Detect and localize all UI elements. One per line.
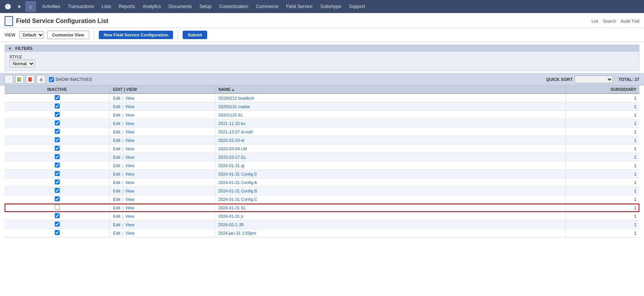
- view-link[interactable]: View: [125, 197, 134, 202]
- name-link[interactable]: 2024-01-31 aj: [218, 163, 244, 168]
- edit-link[interactable]: Edit: [113, 155, 120, 160]
- name-link[interactable]: 2024-01-31 Config C: [218, 197, 257, 202]
- inactive-checkbox[interactable]: [55, 196, 60, 201]
- inactive-checkbox[interactable]: [55, 137, 60, 142]
- inactive-checkbox[interactable]: [55, 171, 60, 176]
- inactive-checkbox[interactable]: [55, 95, 60, 100]
- view-link[interactable]: View: [125, 163, 134, 168]
- name-link[interactable]: 2021-11-22 kn: [218, 121, 245, 126]
- export-csv-icon[interactable]: 📄: [5, 75, 13, 84]
- view-link[interactable]: View: [125, 146, 134, 151]
- edit-link[interactable]: Edit: [113, 96, 120, 100]
- name-link[interactable]: 2024-01-31 Config B: [218, 189, 257, 193]
- name-link[interactable]: 2022-02-03 el: [218, 138, 244, 143]
- print-icon[interactable]: 🖨: [37, 75, 45, 84]
- name-link[interactable]: 2024-jan-31 1:00pm: [218, 231, 256, 235]
- view-link[interactable]: View: [125, 130, 134, 134]
- filters-header[interactable]: ▼ FILTERS: [5, 45, 639, 52]
- nav-support[interactable]: Support: [345, 0, 369, 13]
- view-link[interactable]: View: [125, 155, 134, 160]
- nav-customization[interactable]: Customization: [215, 0, 252, 13]
- view-link[interactable]: View: [125, 113, 134, 117]
- export-pdf-icon[interactable]: 📕: [26, 75, 34, 84]
- nav-commerce[interactable]: Commerce: [252, 0, 282, 13]
- inactive-checkbox[interactable]: [55, 230, 60, 235]
- nav-documents[interactable]: Documents: [165, 0, 196, 13]
- view-link[interactable]: View: [125, 104, 134, 109]
- inactive-cell: [5, 145, 110, 153]
- edit-link[interactable]: Edit: [113, 163, 120, 168]
- name-link[interactable]: 2023-03-17 EL: [218, 155, 246, 160]
- show-inactives-checkbox[interactable]: [49, 77, 54, 82]
- inactive-checkbox[interactable]: [55, 163, 60, 168]
- nav-transactions[interactable]: Transactions: [64, 0, 98, 13]
- name-link[interactable]: 2024-01-31 jr: [218, 214, 243, 219]
- view-link[interactable]: View: [125, 222, 134, 227]
- name-link[interactable]: 20200131 marke: [218, 104, 250, 109]
- nav-analytics[interactable]: Analytics: [139, 0, 165, 13]
- view-link[interactable]: View: [125, 214, 134, 219]
- inactive-checkbox[interactable]: [55, 120, 60, 125]
- view-select[interactable]: Default: [19, 31, 44, 39]
- inactive-checkbox[interactable]: [55, 112, 60, 117]
- edit-link[interactable]: Edit: [113, 104, 120, 109]
- inactive-checkbox[interactable]: [55, 213, 60, 218]
- view-link[interactable]: View: [125, 96, 134, 100]
- nav-lists[interactable]: Lists: [98, 0, 115, 13]
- nav-suiteapps[interactable]: SuiteApps: [316, 0, 345, 13]
- name-link[interactable]: 2024-02-1 JR: [218, 222, 244, 227]
- inactive-checkbox[interactable]: [55, 154, 60, 159]
- name-link[interactable]: 20201125 EL: [218, 113, 243, 117]
- inactive-checkbox[interactable]: [55, 146, 60, 151]
- nav-reports[interactable]: Reports: [115, 0, 139, 13]
- name-link[interactable]: 20190212 bradleyh: [218, 96, 254, 100]
- inactive-checkbox[interactable]: [55, 205, 60, 210]
- name-link[interactable]: 2024-01-31 Config 0: [218, 172, 257, 176]
- name-link[interactable]: 2024-01-31 Config A: [218, 180, 257, 185]
- submit-button[interactable]: Submit: [183, 31, 207, 39]
- new-field-service-config-button[interactable]: New Field Service Configuration: [99, 31, 173, 39]
- edit-link[interactable]: Edit: [113, 138, 120, 143]
- search-link[interactable]: Search: [603, 19, 616, 23]
- nav-field-service[interactable]: Field Service: [282, 0, 316, 13]
- history-icon[interactable]: 🕛: [2, 1, 13, 12]
- inactive-checkbox[interactable]: [55, 188, 60, 193]
- view-link[interactable]: View: [125, 206, 134, 210]
- audit-trail-link[interactable]: Audit Trail: [621, 19, 639, 23]
- inactive-checkbox[interactable]: [55, 179, 60, 184]
- quick-sort-select[interactable]: [575, 76, 613, 83]
- export-excel-icon[interactable]: 📗: [15, 75, 24, 84]
- view-link[interactable]: View: [125, 231, 134, 235]
- favorites-icon[interactable]: ★: [14, 1, 25, 12]
- home-icon[interactable]: ⌂: [25, 1, 36, 12]
- nav-setup[interactable]: Setup: [196, 0, 215, 13]
- edit-link[interactable]: Edit: [113, 146, 120, 151]
- name-link[interactable]: 2021-12-07 el-roth: [218, 130, 253, 134]
- view-link[interactable]: View: [125, 189, 134, 193]
- edit-link[interactable]: Edit: [113, 222, 120, 227]
- edit-link[interactable]: Edit: [113, 189, 120, 193]
- view-link[interactable]: View: [125, 121, 134, 126]
- edit-link[interactable]: Edit: [113, 130, 120, 134]
- edit-link[interactable]: Edit: [113, 197, 120, 202]
- view-link[interactable]: View: [125, 172, 134, 176]
- name-link[interactable]: 2022-03-04 LM: [218, 146, 247, 151]
- inactive-checkbox[interactable]: [55, 222, 60, 227]
- view-link[interactable]: View: [125, 180, 134, 185]
- edit-link[interactable]: Edit: [113, 121, 120, 126]
- inactive-col-header: INACTIVE: [5, 86, 110, 94]
- name-link[interactable]: 2024-01-31 EL: [218, 206, 246, 210]
- edit-link[interactable]: Edit: [113, 113, 120, 117]
- list-link[interactable]: List: [592, 19, 598, 23]
- edit-link[interactable]: Edit: [113, 206, 120, 210]
- inactive-checkbox[interactable]: [55, 104, 60, 109]
- style-select[interactable]: Normal: [10, 60, 35, 67]
- nav-activities[interactable]: Activities: [38, 0, 64, 13]
- inactive-checkbox[interactable]: [55, 129, 60, 134]
- edit-link[interactable]: Edit: [113, 231, 120, 235]
- customize-view-button[interactable]: Customize View: [47, 31, 89, 39]
- edit-link[interactable]: Edit: [113, 180, 120, 185]
- edit-link[interactable]: Edit: [113, 172, 120, 176]
- view-link[interactable]: View: [125, 138, 134, 143]
- edit-link[interactable]: Edit: [113, 214, 120, 219]
